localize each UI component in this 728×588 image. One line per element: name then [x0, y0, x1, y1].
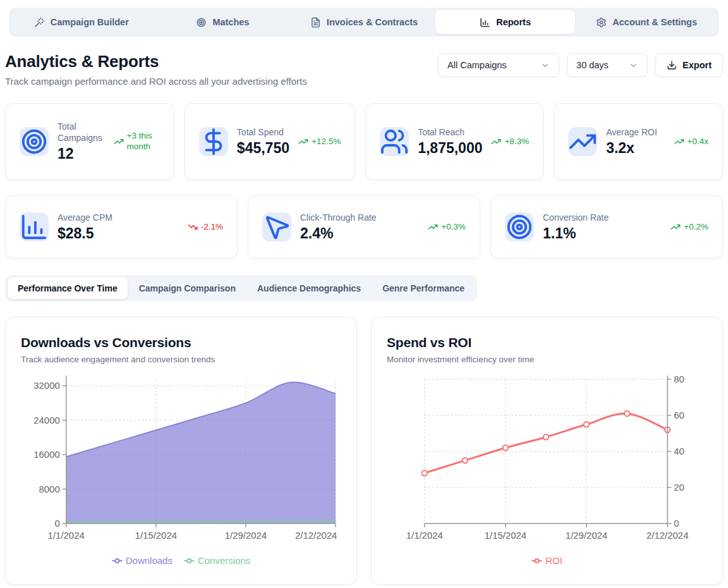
- chart-legend: ROI: [387, 555, 707, 566]
- bar-chart-icon: [480, 17, 490, 28]
- stat-trend-text: +12.5%: [312, 137, 341, 147]
- target-icon: [20, 127, 49, 156]
- nav-tab-label: Matches: [212, 17, 249, 27]
- stat-info: Total Campaigns12: [58, 121, 105, 162]
- nav-tab-invoices-contracts[interactable]: Invoices & Contracts: [294, 10, 434, 34]
- nav-tab-account-settings[interactable]: Account & Settings: [576, 10, 717, 34]
- stat-card-average-roi: Average ROI3.2x+0.4x: [554, 103, 723, 180]
- stats-row-2: Average CPM$28.5-2.1%Click-Through Rate2…: [5, 195, 723, 259]
- area-chart: 080001600024000320001/1/20241/15/20241/2…: [21, 371, 341, 554]
- nav-tab-campaign-builder[interactable]: Campaign Builder: [11, 10, 152, 34]
- svg-text:40: 40: [674, 446, 684, 456]
- svg-text:24000: 24000: [33, 415, 60, 426]
- chart-subtitle: Track audience engagement and conversion…: [21, 355, 341, 364]
- svg-text:20: 20: [674, 482, 684, 493]
- file-text-icon: [310, 17, 321, 28]
- gear-icon: [596, 17, 607, 28]
- legend-label: ROI: [545, 555, 562, 566]
- chevron-down-icon: [629, 61, 638, 70]
- trending-up-icon: [568, 127, 597, 156]
- stat-trend-text: +0.4x: [688, 137, 708, 147]
- svg-text:8000: 8000: [39, 484, 60, 494]
- charts-grid: Downloads vs Conversions Track audience …: [5, 317, 723, 585]
- export-button[interactable]: Export: [655, 53, 723, 77]
- stat-value: $28.5: [58, 225, 112, 242]
- nav-tab-label: Invoices & Contracts: [327, 17, 418, 27]
- tab-performance-over-time[interactable]: Performance Over Time: [8, 278, 128, 299]
- tab-genre-performance[interactable]: Genre Performance: [372, 278, 475, 299]
- tab-campaign-comparison[interactable]: Campaign Comparison: [129, 278, 246, 299]
- stat-label: Conversion Rate: [543, 212, 609, 223]
- stat-label: Average CPM: [58, 212, 112, 223]
- stat-trend: +8.3%: [491, 137, 529, 147]
- stats-row-1: Total Campaigns12+3 this monthTotal Spen…: [5, 103, 723, 180]
- svg-text:0: 0: [54, 518, 59, 529]
- legend-label: Conversions: [198, 555, 250, 566]
- trending-up-icon: [298, 137, 308, 147]
- export-label: Export: [682, 60, 712, 70]
- svg-text:1/29/2024: 1/29/2024: [566, 530, 607, 541]
- chart-title: Spend vs ROI: [387, 335, 707, 350]
- page-content: Analytics & Reports Track campaign perfo…: [0, 52, 728, 585]
- page-title-block: Analytics & Reports Track campaign perfo…: [5, 52, 307, 87]
- svg-text:1/1/2024: 1/1/2024: [406, 530, 443, 541]
- nav-tab-label: Reports: [496, 17, 531, 27]
- date-range-select[interactable]: 30 days: [567, 53, 648, 77]
- stat-trend: +12.5%: [298, 137, 341, 147]
- svg-text:2/12/2024: 2/12/2024: [295, 530, 337, 541]
- legend-marker-icon: [184, 556, 195, 565]
- stat-trend-text: +0.2%: [684, 222, 708, 233]
- legend-item-roi: ROI: [531, 555, 562, 566]
- campaign-filter-value: All Campaigns: [447, 60, 507, 70]
- stat-info: Click-Through Rate2.4%: [300, 212, 377, 242]
- stat-value: 2.4%: [300, 225, 377, 242]
- chart-tabbar: Performance Over TimeCampaign Comparison…: [5, 275, 477, 302]
- stat-info: Total Reach1,875,000: [418, 126, 482, 157]
- nav-tab-label: Account & Settings: [612, 17, 697, 27]
- svg-text:2/12/2024: 2/12/2024: [646, 530, 688, 541]
- stat-card-click-through-rate: Click-Through Rate2.4%+0.3%: [248, 195, 480, 259]
- legend-marker-icon: [112, 556, 123, 565]
- stat-label: Click-Through Rate: [300, 212, 377, 223]
- cursor-icon: [262, 212, 291, 242]
- downloads-conversions-chart-card: Downloads vs Conversions Track audience …: [5, 317, 357, 585]
- legend-item-downloads: Downloads: [112, 555, 173, 566]
- top-nav: Campaign BuilderMatchesInvoices & Contra…: [9, 8, 719, 37]
- campaign-filter-select[interactable]: All Campaigns: [438, 53, 559, 77]
- stat-trend: +0.3%: [428, 222, 466, 233]
- page-subtitle: Track campaign performance and ROI acros…: [5, 76, 307, 87]
- page-title: Analytics & Reports: [5, 52, 307, 71]
- trending-up-icon: [428, 222, 438, 232]
- svg-text:1/1/2024: 1/1/2024: [48, 530, 85, 541]
- stat-card-conversion-rate: Conversion Rate1.1%+0.2%: [490, 195, 723, 259]
- users-icon: [380, 127, 409, 156]
- stat-label: Average ROI: [606, 126, 657, 138]
- svg-text:60: 60: [674, 410, 684, 420]
- chart-subtitle: Monitor investment efficiency over time: [387, 355, 707, 364]
- trending-up-icon: [114, 137, 124, 147]
- stat-trend: +0.2%: [670, 222, 708, 233]
- stat-value: 1,875,000: [418, 140, 482, 157]
- svg-text:1/29/2024: 1/29/2024: [225, 530, 267, 541]
- nav-tab-matches[interactable]: Matches: [153, 10, 293, 34]
- stat-trend: +3 this month: [114, 131, 160, 152]
- svg-text:80: 80: [674, 374, 684, 384]
- svg-text:32000: 32000: [33, 380, 60, 391]
- stat-trend-text: +0.3%: [441, 222, 466, 233]
- nav-tab-reports[interactable]: Reports: [435, 10, 576, 34]
- stat-card-total-campaigns: Total Campaigns12+3 this month: [5, 103, 174, 180]
- bar-chart-icon: [20, 212, 49, 242]
- dollar-icon: [199, 127, 228, 156]
- stat-value: $45,750: [237, 140, 289, 157]
- tab-audience-demographics[interactable]: Audience Demographics: [247, 278, 371, 299]
- legend-label: Downloads: [126, 555, 173, 566]
- stat-trend-text: +3 this month: [127, 131, 160, 152]
- stat-card-average-cpm: Average CPM$28.5-2.1%: [5, 195, 238, 259]
- wand-icon: [34, 17, 45, 28]
- download-icon: [667, 60, 677, 70]
- svg-text:16000: 16000: [33, 449, 60, 460]
- stat-label: Total Spend: [237, 126, 289, 138]
- stat-value: 1.1%: [543, 225, 609, 242]
- svg-text:1/15/2024: 1/15/2024: [135, 530, 177, 541]
- trending-up-icon: [670, 222, 681, 232]
